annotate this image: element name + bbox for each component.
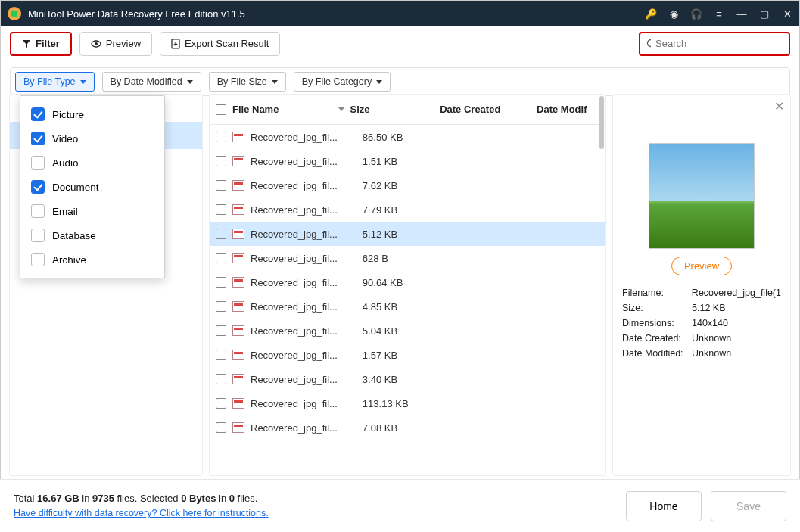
file-row[interactable]: Recovered_jpg_fil... 5.12 KB <box>210 222 605 246</box>
meta-modified-val: Unknown <box>692 348 731 359</box>
file-size: 5.04 KB <box>363 325 442 337</box>
file-size: 1.57 KB <box>363 350 442 361</box>
file-type-dropdown[interactable]: PictureVideoAudioDocumentEmailDatabaseAr… <box>20 95 165 278</box>
file-list-header: File Name Size Date Created Date Modif <box>210 95 605 125</box>
menu-icon[interactable]: ≡ <box>713 8 725 20</box>
file-checkbox[interactable] <box>216 398 226 409</box>
chevron-down-icon <box>187 80 193 84</box>
image-file-icon <box>232 325 244 336</box>
headset-icon[interactable]: 🎧 <box>690 8 702 20</box>
filter-option-email[interactable]: Email <box>20 199 164 223</box>
meta-created-val: Unknown <box>692 333 731 344</box>
help-link[interactable]: Have difficulty with data recovery? Clic… <box>14 508 269 518</box>
file-name: Recovered_jpg_fil... <box>251 180 356 191</box>
file-checkbox[interactable] <box>216 277 226 288</box>
key-icon[interactable]: 🔑 <box>645 8 657 20</box>
file-checkbox[interactable] <box>216 229 226 239</box>
file-checkbox[interactable] <box>216 132 226 142</box>
preview-button[interactable]: Preview <box>79 32 152 56</box>
file-checkbox[interactable] <box>216 204 226 215</box>
image-file-icon <box>232 229 244 239</box>
checkbox[interactable] <box>31 229 45 242</box>
disc-icon[interactable]: ◉ <box>668 8 680 20</box>
file-size: 628 B <box>363 253 442 264</box>
app-title: MiniTool Power Data Recovery Free Editio… <box>28 8 645 20</box>
chevron-down-icon <box>272 80 278 84</box>
meta-created-key: Date Created: <box>622 333 692 344</box>
filter-option-database[interactable]: Database <box>20 223 164 247</box>
file-row[interactable]: Recovered_jpg_fil... 7.62 KB <box>210 173 605 198</box>
open-preview-button[interactable]: Preview <box>671 257 732 275</box>
file-list-panel: File Name Size Date Created Date Modif R… <box>209 94 606 476</box>
search-box[interactable] <box>639 32 790 56</box>
search-input[interactable] <box>655 38 783 49</box>
chip-by-file-size[interactable]: By File Size <box>209 72 286 92</box>
checkbox[interactable] <box>31 253 45 266</box>
meta-filename-val: Recovered_jpg_file(1 <box>692 288 781 298</box>
image-file-icon <box>232 277 244 288</box>
file-checkbox[interactable] <box>216 325 226 336</box>
filter-option-label: Email <box>52 206 78 217</box>
col-size[interactable]: Size <box>350 104 434 115</box>
image-file-icon <box>232 398 244 409</box>
chevron-down-icon <box>376 80 382 84</box>
filter-option-document[interactable]: Document <box>20 175 164 199</box>
file-row[interactable]: Recovered_jpg_fil... 7.79 KB <box>210 198 605 222</box>
image-file-icon <box>232 132 244 142</box>
file-checkbox[interactable] <box>216 422 226 433</box>
file-checkbox[interactable] <box>216 374 226 384</box>
file-row[interactable]: Recovered_jpg_fil... 113.13 KB <box>210 391 605 415</box>
col-date-modified[interactable]: Date Modif <box>537 104 599 115</box>
col-filename[interactable]: File Name <box>232 104 344 115</box>
file-name: Recovered_jpg_fil... <box>251 374 356 385</box>
file-name: Recovered_jpg_fil... <box>251 422 356 434</box>
file-checkbox[interactable] <box>216 180 226 191</box>
file-checkbox[interactable] <box>216 301 226 312</box>
file-row[interactable]: Recovered_jpg_fil... 5.04 KB <box>210 319 605 343</box>
file-row[interactable]: Recovered_jpg_fil... 90.64 KB <box>210 270 605 294</box>
filter-option-archive[interactable]: Archive <box>20 247 164 272</box>
filter-label: Filter <box>36 38 60 49</box>
home-button[interactable]: Home <box>626 491 702 521</box>
file-name: Recovered_jpg_fil... <box>251 229 356 240</box>
checkbox[interactable] <box>31 156 45 170</box>
meta-dim-key: Dimensions: <box>622 318 692 328</box>
file-name: Recovered_jpg_fil... <box>251 277 356 288</box>
file-size: 5.12 KB <box>363 229 442 240</box>
checkbox[interactable] <box>31 180 45 194</box>
toolbar: Filter Preview Export Scan Result <box>1 26 799 61</box>
file-row[interactable]: Recovered_jpg_fil... 3.40 KB <box>210 367 605 391</box>
file-row[interactable]: Recovered_jpg_fil... 7.08 KB <box>210 415 605 440</box>
file-checkbox[interactable] <box>216 156 226 166</box>
file-size: 86.50 KB <box>363 132 442 143</box>
file-row[interactable]: Recovered_jpg_fil... 86.50 KB <box>210 125 605 149</box>
file-row[interactable]: Recovered_jpg_fil... 1.51 KB <box>210 149 605 173</box>
col-date-created[interactable]: Date Created <box>440 104 531 115</box>
image-file-icon <box>232 301 244 312</box>
filter-option-video[interactable]: Video <box>20 126 164 151</box>
export-button[interactable]: Export Scan Result <box>160 32 280 56</box>
filter-button[interactable]: Filter <box>10 32 72 56</box>
file-name: Recovered_jpg_fil... <box>251 132 356 143</box>
checkbox[interactable] <box>31 204 45 218</box>
file-row[interactable]: Recovered_jpg_fil... 4.85 KB <box>210 294 605 319</box>
file-checkbox[interactable] <box>216 350 226 360</box>
file-row[interactable]: Recovered_jpg_fil... 1.57 KB <box>210 343 605 367</box>
chip-by-date-modified[interactable]: By Date Modified <box>102 72 201 92</box>
save-button[interactable]: Save <box>711 491 786 521</box>
file-checkbox[interactable] <box>216 253 226 263</box>
checkbox[interactable] <box>31 107 45 121</box>
select-all-checkbox[interactable] <box>216 104 226 115</box>
file-size: 7.79 KB <box>363 204 442 216</box>
maximize-icon[interactable]: ▢ <box>758 8 770 20</box>
close-icon[interactable]: ✕ <box>781 8 793 20</box>
chip-by-file-category[interactable]: By File Category <box>294 72 391 92</box>
filter-option-picture[interactable]: Picture <box>20 102 164 126</box>
image-file-icon <box>232 180 244 191</box>
filter-option-audio[interactable]: Audio <box>20 151 164 175</box>
close-preview-icon[interactable]: ✕ <box>774 99 784 114</box>
file-row[interactable]: Recovered_jpg_fil... 628 B <box>210 246 605 270</box>
chip-by-file-type[interactable]: By File Type <box>15 72 95 92</box>
minimize-icon[interactable]: — <box>736 8 748 20</box>
checkbox[interactable] <box>31 132 45 145</box>
